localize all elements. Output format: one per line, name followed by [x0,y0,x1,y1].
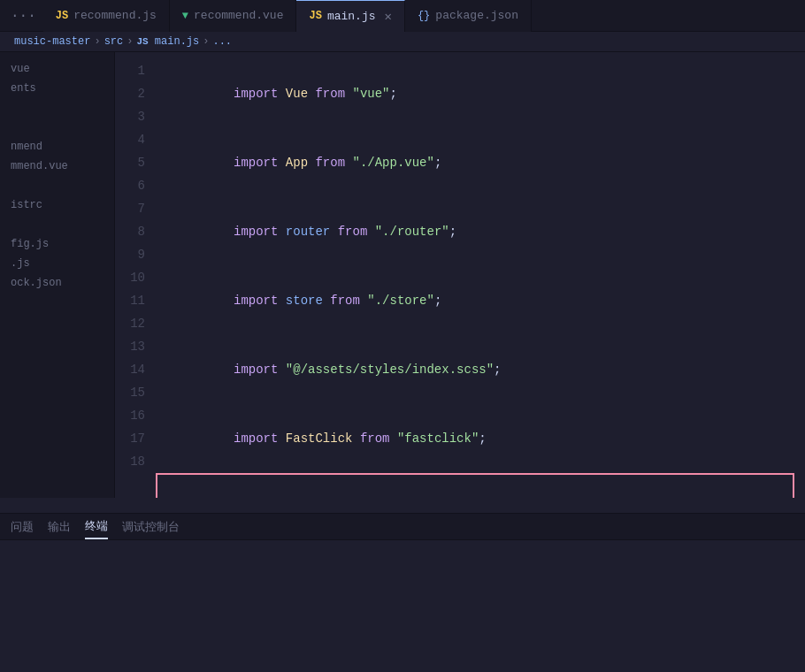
sidebar-item-figjs[interactable]: fig.js [0,234,114,254]
vue-icon: ▼ [182,10,188,22]
panel-tab-debug[interactable]: 调试控制台 [122,515,180,538]
panel-tab-terminal[interactable]: 终端 [85,515,108,539]
code-line-3: import router from "./router"; [159,197,791,266]
tab-bar: ··· JS recommend.js ▼ recommend.vue JS m… [0,0,805,32]
sidebar-item-ents[interactable]: ents [0,79,114,98]
tab-close-button[interactable]: ✕ [384,9,391,24]
sidebar-item-empty1 [0,98,114,118]
panel-tabs: 问题 输出 终端 调试控制台 [0,514,805,540]
tab-label: recommend.js [73,9,157,22]
sidebar-item-ockjson[interactable]: ock.json [0,273,114,293]
sidebar-item-empty2 [0,118,114,137]
sidebar-item-nmend[interactable]: nmend [0,137,114,157]
tab-main-js[interactable]: JS main.js ✕ [296,0,404,32]
code-line-2: import App from "./App.vue"; [159,128,791,197]
panel-tab-output[interactable]: 输出 [48,515,71,538]
tab-recommend-js[interactable]: JS recommend.js [43,0,170,32]
sidebar-item-vue[interactable]: vue [0,59,114,79]
code-line-6: import FastClick from "fastclick"; [159,404,791,473]
bottom-panel: 问题 输出 终端 调试控制台 [0,513,805,672]
tab-label: main.js [327,10,376,23]
sidebar-item-empty4 [0,215,114,234]
sidebar: vue ents nmend mmend.vue istrc fig.js .j… [0,52,115,498]
tab-more-button[interactable]: ··· [4,8,43,24]
code-content: import Vue from "vue"; import App from "… [159,59,805,498]
sidebar-item-mmend-vue[interactable]: mmend.vue [0,157,114,176]
js-icon: JS [309,10,321,22]
code-line-1: import Vue from "vue"; [159,59,791,128]
js-icon: JS [56,10,68,22]
tab-label: package.json [435,9,518,22]
line-numbers: 1 2 3 4 5 6 7 8 9 10 11 12 13 14 15 16 1… [115,59,159,498]
tab-recommend-vue[interactable]: ▼ recommend.vue [170,0,297,32]
code-line-5: import "@/assets/styles/index.scss"; [159,335,791,404]
tab-package-json[interactable]: {} package.json [405,0,532,32]
editor-area: 1 2 3 4 5 6 7 8 9 10 11 12 13 14 15 16 1… [115,52,805,498]
code-line-7: import VueLazyload from "vue-lazyload"; [159,473,791,498]
sidebar-item-istrc[interactable]: istrc [0,195,114,215]
code-line-4: import store from "./store"; [159,266,791,335]
sidebar-item-js[interactable]: .js [0,254,114,273]
sidebar-item-empty3 [0,176,114,195]
panel-content [0,540,805,672]
breadcrumb: music-master › src › JS main.js › ... [0,32,805,52]
tab-label: recommend.vue [194,9,283,22]
panel-tab-problems[interactable]: 问题 [11,515,34,538]
json-icon: {} [418,10,430,22]
